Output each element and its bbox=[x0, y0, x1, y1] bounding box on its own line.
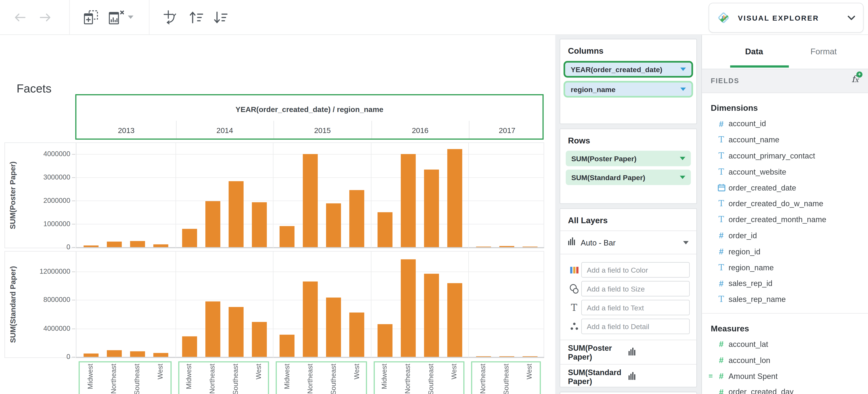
visual-explorer-selector[interactable]: VISUAL EXPLORER bbox=[709, 3, 864, 33]
bar[interactable] bbox=[377, 324, 392, 357]
bar[interactable] bbox=[476, 246, 491, 247]
layer-measure-row[interactable]: SUM(Standard Paper) bbox=[560, 364, 696, 389]
layer-measure-row[interactable]: SUM(Poster Paper) bbox=[560, 340, 696, 364]
field-item[interactable]: Taccount_primary_contact bbox=[702, 148, 868, 164]
row-pill[interactable]: SUM(Poster Paper) bbox=[566, 151, 691, 166]
field-name: Amount Spent bbox=[728, 371, 778, 381]
field-drop-input[interactable] bbox=[581, 281, 690, 297]
bar[interactable] bbox=[303, 282, 318, 357]
field-item[interactable]: Tsales_rep_name bbox=[702, 291, 868, 307]
chevron-down-icon[interactable] bbox=[680, 88, 686, 91]
forward-icon[interactable] bbox=[34, 0, 56, 34]
back-icon[interactable] bbox=[9, 0, 31, 34]
detail-icon bbox=[567, 322, 581, 331]
number-field-icon: # bbox=[715, 119, 727, 129]
tab-format[interactable]: Format bbox=[810, 47, 837, 56]
field-item[interactable]: Tregion_name bbox=[702, 259, 868, 275]
tab-data[interactable]: Data bbox=[745, 47, 763, 56]
bar[interactable] bbox=[447, 149, 462, 247]
bar[interactable] bbox=[205, 201, 220, 247]
bar[interactable] bbox=[130, 351, 145, 357]
bar[interactable] bbox=[326, 203, 341, 247]
field-item[interactable]: Torder_created_do_w_name bbox=[702, 196, 868, 212]
bar[interactable] bbox=[106, 242, 122, 247]
bar[interactable] bbox=[205, 301, 220, 357]
column-pill[interactable]: region_name bbox=[565, 83, 691, 96]
bar[interactable] bbox=[106, 350, 122, 357]
bar[interactable] bbox=[522, 246, 537, 247]
y-tick-label: 0 bbox=[10, 353, 70, 361]
sort-ascending-icon[interactable] bbox=[186, 0, 206, 34]
add-calculated-field-icon[interactable]: fx + bbox=[851, 74, 859, 84]
mark-type-select[interactable]: Auto - Bar bbox=[560, 230, 696, 254]
chevron-down-icon[interactable] bbox=[680, 68, 686, 71]
bar[interactable] bbox=[447, 283, 462, 357]
bar[interactable] bbox=[522, 356, 537, 357]
bar[interactable] bbox=[326, 298, 341, 357]
field-drop-input[interactable] bbox=[581, 262, 690, 278]
all-layers-title: All Layers bbox=[560, 209, 696, 231]
row-pill[interactable]: SUM(Standard Paper) bbox=[566, 170, 691, 185]
field-item[interactable]: #account_lat bbox=[702, 336, 868, 352]
bar[interactable] bbox=[303, 154, 318, 247]
field-item[interactable]: #order_id bbox=[702, 227, 868, 243]
bar[interactable] bbox=[228, 307, 243, 357]
bar[interactable] bbox=[83, 245, 98, 247]
field-item[interactable]: #account_id bbox=[702, 116, 868, 132]
field-drop-input[interactable] bbox=[581, 319, 690, 334]
remove-chart-icon[interactable] bbox=[106, 0, 126, 34]
column-pill[interactable]: YEAR(order_created_date) bbox=[565, 63, 691, 76]
swap-axes-icon[interactable] bbox=[160, 0, 180, 34]
bar[interactable] bbox=[153, 245, 168, 247]
facet-year-label: 2017 bbox=[469, 123, 545, 139]
bar[interactable] bbox=[252, 322, 267, 357]
field-item[interactable]: Torder_created_month_name bbox=[702, 212, 868, 227]
tick-mark bbox=[72, 154, 75, 155]
field-drop-input[interactable] bbox=[581, 300, 690, 315]
sort-descending-icon[interactable] bbox=[210, 0, 230, 34]
bar[interactable] bbox=[252, 202, 267, 247]
bar[interactable] bbox=[153, 353, 168, 357]
x-axis-label: West bbox=[353, 364, 360, 394]
add-chart-icon[interactable] bbox=[81, 0, 101, 34]
active-tab-indicator bbox=[730, 65, 789, 67]
chevron-down-icon[interactable] bbox=[680, 157, 685, 160]
field-item[interactable]: #account_lon bbox=[702, 352, 868, 368]
field-list: Dimensions #account_idTaccount_nameTacco… bbox=[702, 93, 868, 394]
bar[interactable] bbox=[424, 169, 439, 247]
x-axis-label: Midwest bbox=[283, 364, 290, 394]
facet-year-label: 2013 bbox=[76, 123, 176, 139]
bar[interactable] bbox=[400, 154, 415, 247]
x-axis-label: West bbox=[526, 364, 533, 394]
field-item[interactable]: =#Amount Spent bbox=[702, 368, 868, 384]
bar[interactable] bbox=[228, 181, 243, 247]
bar[interactable] bbox=[280, 226, 294, 247]
field-name: order_created_do_w_name bbox=[728, 199, 823, 208]
bar[interactable] bbox=[400, 259, 415, 357]
field-item[interactable]: Taccount_website bbox=[702, 164, 868, 179]
bar[interactable] bbox=[476, 356, 491, 357]
bar[interactable] bbox=[83, 353, 98, 357]
bar[interactable] bbox=[499, 246, 514, 247]
field-name: order_id bbox=[728, 231, 757, 240]
facet-separator bbox=[176, 252, 176, 358]
field-item[interactable]: Taccount_name bbox=[702, 132, 868, 148]
bar[interactable] bbox=[349, 313, 364, 357]
field-item[interactable]: #sales_rep_id bbox=[702, 275, 868, 291]
bar[interactable] bbox=[182, 337, 197, 357]
bar[interactable] bbox=[377, 212, 392, 247]
bar[interactable] bbox=[349, 190, 364, 247]
field-item[interactable]: #order_created_day bbox=[702, 384, 868, 394]
bar[interactable] bbox=[499, 356, 514, 357]
visual-explorer-app: VISUAL EXPLORER Facets YEAR(order_create… bbox=[0, 0, 868, 394]
chevron-down-icon[interactable] bbox=[680, 176, 685, 179]
field-item[interactable]: #region_id bbox=[702, 243, 868, 259]
x-axis-label: Southeast bbox=[232, 364, 239, 394]
field-item[interactable]: order_created_date bbox=[702, 180, 868, 196]
bar[interactable] bbox=[424, 274, 439, 357]
facet-header[interactable]: YEAR(order_created_date) / region_name 2… bbox=[75, 94, 544, 140]
remove-chart-menu-caret-icon[interactable] bbox=[126, 0, 135, 34]
bar[interactable] bbox=[280, 335, 294, 357]
bar[interactable] bbox=[182, 229, 197, 247]
bar[interactable] bbox=[130, 241, 145, 247]
